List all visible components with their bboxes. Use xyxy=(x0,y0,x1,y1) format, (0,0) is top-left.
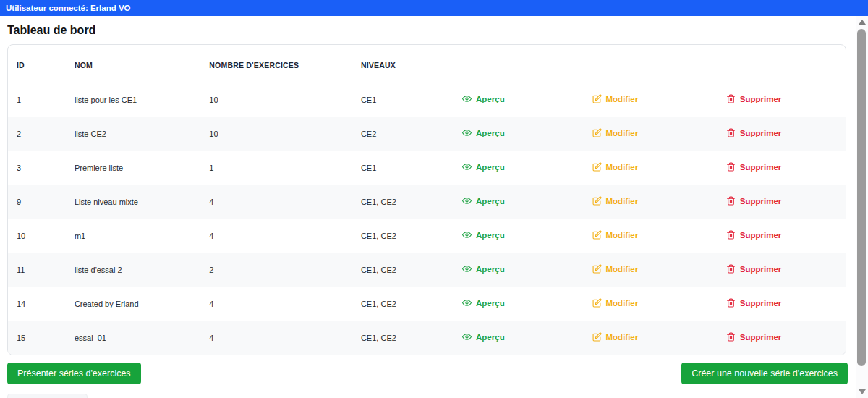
supprimer-link[interactable]: Supprimer xyxy=(726,332,782,342)
supprimer-link[interactable]: Supprimer xyxy=(726,230,782,240)
cell-niveaux: CE2 xyxy=(352,117,454,151)
column-header-niveaux: NIVEAUX xyxy=(352,45,454,82)
cell-nom: Created by Erland xyxy=(66,287,200,321)
edit-icon xyxy=(592,332,602,342)
cell-niveaux: CE1, CE2 xyxy=(352,219,454,253)
modifier-label: Modifier xyxy=(606,163,639,172)
series-table-card: ID NOM NOMBRE D'EXERCICES NIVEAUX 1 list… xyxy=(7,44,846,355)
modifier-link[interactable]: Modifier xyxy=(592,162,639,172)
cell-id: 1 xyxy=(8,82,66,117)
cell-id: 11 xyxy=(8,253,66,287)
supprimer-label: Supprimer xyxy=(740,265,782,274)
cell-apercu: Aperçu xyxy=(454,185,583,219)
vertical-scrollbar[interactable] xyxy=(856,16,868,398)
creer-serie-button[interactable]: Créer une nouvelle série d'exercices xyxy=(681,363,848,384)
scroll-up-button[interactable] xyxy=(856,16,868,28)
cell-nombre-exercices: 1 xyxy=(200,151,352,185)
modifier-link[interactable]: Modifier xyxy=(592,332,639,342)
trash-icon xyxy=(726,94,736,103)
cell-supprimer: Supprimer xyxy=(718,321,846,355)
edit-icon xyxy=(592,196,602,206)
supprimer-link[interactable]: Supprimer xyxy=(726,196,782,206)
cell-apercu: Aperçu xyxy=(454,253,583,287)
apercu-link[interactable]: Aperçu xyxy=(462,196,505,206)
modifier-link[interactable]: Modifier xyxy=(592,298,639,308)
eye-icon xyxy=(462,196,472,206)
cell-apercu: Aperçu xyxy=(454,287,583,321)
scrollbar-thumb[interactable] xyxy=(857,29,866,366)
apercu-label: Aperçu xyxy=(476,265,505,274)
modifier-link[interactable]: Modifier xyxy=(592,128,639,137)
cell-niveaux: CE1, CE2 xyxy=(352,321,454,355)
cell-modifier: Modifier xyxy=(584,321,718,355)
modifier-link[interactable]: Modifier xyxy=(592,196,639,206)
apercu-label: Aperçu xyxy=(476,197,505,206)
cell-apercu: Aperçu xyxy=(454,117,583,151)
cell-supprimer: Supprimer xyxy=(718,185,846,219)
cell-nom: liste CE2 xyxy=(66,117,200,151)
supprimer-link[interactable]: Supprimer xyxy=(726,162,782,172)
table-row: 14 Created by Erland 4 CE1, CE2 Aperçu xyxy=(8,287,846,321)
modifier-link[interactable]: Modifier xyxy=(592,230,639,240)
cell-id: 3 xyxy=(8,151,66,185)
cell-apercu: Aperçu xyxy=(454,219,583,253)
edit-icon xyxy=(592,298,602,308)
cell-niveaux: CE1, CE2 xyxy=(352,287,454,321)
modifier-link[interactable]: Modifier xyxy=(592,264,639,274)
presenter-series-button[interactable]: Présenter séries d'exercices xyxy=(7,363,141,384)
edit-icon xyxy=(592,128,602,137)
apercu-link[interactable]: Aperçu xyxy=(462,332,505,342)
modifier-label: Modifier xyxy=(606,129,639,137)
trash-icon xyxy=(726,196,736,206)
apercu-link[interactable]: Aperçu xyxy=(462,264,505,274)
cell-supprimer: Supprimer xyxy=(718,117,846,151)
table-row: 10 m1 4 CE1, CE2 Aperçu xyxy=(8,219,846,253)
cell-nom: m1 xyxy=(66,219,200,253)
apercu-label: Aperçu xyxy=(476,163,505,172)
cell-modifier: Modifier xyxy=(584,253,718,287)
cell-id: 9 xyxy=(8,185,66,219)
apercu-link[interactable]: Aperçu xyxy=(462,128,505,137)
apercu-label: Aperçu xyxy=(476,231,505,240)
apercu-link[interactable]: Aperçu xyxy=(462,162,505,172)
trash-icon xyxy=(726,264,736,274)
apercu-label: Aperçu xyxy=(476,299,505,308)
modifier-label: Modifier xyxy=(606,299,639,308)
cell-supprimer: Supprimer xyxy=(718,82,846,117)
supprimer-label: Supprimer xyxy=(740,163,782,172)
supprimer-link[interactable]: Supprimer xyxy=(726,298,782,308)
trash-icon xyxy=(726,230,736,240)
cell-apercu: Aperçu xyxy=(454,151,583,185)
logged-in-user-label: Utilisateur connecté: Erland VO xyxy=(6,4,131,12)
eye-icon xyxy=(462,332,472,342)
edit-icon xyxy=(592,264,602,274)
supprimer-link[interactable]: Supprimer xyxy=(726,264,782,274)
page-title: Tableau de bord xyxy=(7,24,856,37)
modifier-label: Modifier xyxy=(606,95,639,103)
apercu-link[interactable]: Aperçu xyxy=(462,230,505,240)
column-header-empty xyxy=(584,45,718,82)
apercu-link[interactable]: Aperçu xyxy=(462,298,505,308)
cell-nombre-exercices: 2 xyxy=(200,253,352,287)
apercu-label: Aperçu xyxy=(476,95,505,103)
column-header-nombre-exercices: NOMBRE D'EXERCICES xyxy=(200,45,352,82)
supprimer-link[interactable]: Supprimer xyxy=(726,94,782,103)
trash-icon xyxy=(726,332,736,342)
cell-niveaux: CE1 xyxy=(352,151,454,185)
modifier-link[interactable]: Modifier xyxy=(592,94,639,103)
cell-modifier: Modifier xyxy=(584,287,718,321)
cell-nombre-exercices: 10 xyxy=(200,117,352,151)
cell-niveaux: CE1 xyxy=(352,82,454,117)
page-accueil-button[interactable]: Page d'accueil xyxy=(7,394,88,398)
scroll-down-arrow-icon xyxy=(859,389,866,394)
topbar: Utilisateur connecté: Erland VO xyxy=(0,0,868,16)
table-row: 3 Premiere liste 1 CE1 Aperçu xyxy=(8,151,846,185)
eye-icon xyxy=(462,298,472,308)
eye-icon xyxy=(462,230,472,240)
scroll-down-button[interactable] xyxy=(856,386,868,398)
supprimer-link[interactable]: Supprimer xyxy=(726,128,782,137)
apercu-link[interactable]: Aperçu xyxy=(462,94,505,103)
table-header-row: ID NOM NOMBRE D'EXERCICES NIVEAUX xyxy=(8,45,846,82)
cell-id: 2 xyxy=(8,117,66,151)
footer-actions: Présenter séries d'exercices Créer une n… xyxy=(7,363,848,384)
